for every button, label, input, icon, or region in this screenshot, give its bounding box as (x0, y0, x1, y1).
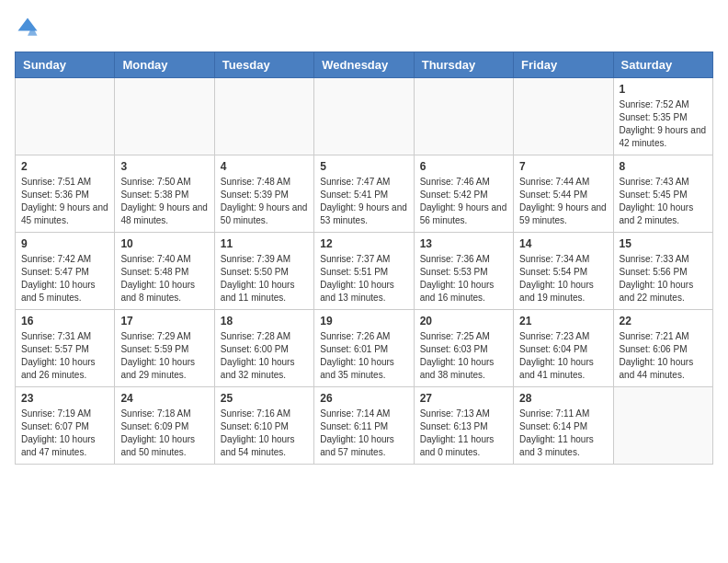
day-info: Sunrise: 7:39 AM Sunset: 5:50 PM Dayligh… (221, 253, 308, 304)
calendar-cell: 13Sunrise: 7:36 AM Sunset: 5:53 PM Dayli… (414, 233, 513, 310)
calendar-cell: 8Sunrise: 7:43 AM Sunset: 5:45 PM Daylig… (613, 155, 712, 233)
svg-marker-0 (18, 18, 38, 31)
day-number: 2 (21, 160, 108, 173)
calendar-cell (414, 78, 513, 155)
calendar-cell: 26Sunrise: 7:14 AM Sunset: 6:11 PM Dayli… (314, 387, 414, 465)
day-info: Sunrise: 7:47 AM Sunset: 5:41 PM Dayligh… (320, 176, 407, 227)
calendar-cell: 7Sunrise: 7:44 AM Sunset: 5:44 PM Daylig… (514, 155, 613, 233)
day-info: Sunrise: 7:28 AM Sunset: 6:00 PM Dayligh… (221, 330, 308, 382)
calendar-cell: 20Sunrise: 7:25 AM Sunset: 6:03 PM Dayli… (414, 310, 513, 387)
calendar-cell: 27Sunrise: 7:13 AM Sunset: 6:13 PM Dayli… (414, 387, 513, 465)
day-info: Sunrise: 7:50 AM Sunset: 5:38 PM Dayligh… (120, 176, 208, 227)
calendar-cell: 28Sunrise: 7:11 AM Sunset: 6:14 PM Dayli… (514, 387, 613, 465)
day-number: 20 (420, 315, 507, 327)
calendar: SundayMondayTuesdayWednesdayThursdayFrid… (15, 52, 713, 465)
day-info: Sunrise: 7:16 AM Sunset: 6:10 PM Dayligh… (221, 408, 308, 459)
day-info: Sunrise: 7:34 AM Sunset: 5:54 PM Dayligh… (519, 253, 607, 304)
calendar-cell (613, 387, 712, 465)
day-info: Sunrise: 7:25 AM Sunset: 6:03 PM Dayligh… (420, 330, 507, 382)
day-number: 28 (519, 392, 607, 405)
day-number: 6 (420, 160, 507, 173)
day-number: 18 (221, 315, 308, 327)
calendar-cell: 6Sunrise: 7:46 AM Sunset: 5:42 PM Daylig… (414, 155, 513, 233)
day-info: Sunrise: 7:37 AM Sunset: 5:51 PM Dayligh… (320, 253, 407, 304)
day-info: Sunrise: 7:13 AM Sunset: 6:13 PM Dayligh… (420, 408, 507, 459)
day-number: 1 (620, 83, 707, 96)
day-info: Sunrise: 7:14 AM Sunset: 6:11 PM Dayligh… (320, 408, 407, 459)
day-info: Sunrise: 7:48 AM Sunset: 5:39 PM Dayligh… (221, 176, 308, 227)
calendar-cell: 2Sunrise: 7:51 AM Sunset: 5:36 PM Daylig… (16, 155, 115, 233)
calendar-cell: 14Sunrise: 7:34 AM Sunset: 5:54 PM Dayli… (514, 233, 613, 310)
day-info: Sunrise: 7:23 AM Sunset: 6:04 PM Dayligh… (519, 330, 607, 382)
calendar-week-row: 16Sunrise: 7:31 AM Sunset: 5:57 PM Dayli… (16, 310, 713, 387)
day-info: Sunrise: 7:51 AM Sunset: 5:36 PM Dayligh… (21, 176, 108, 227)
day-of-week-header: Saturday (613, 52, 712, 78)
calendar-cell (16, 78, 115, 155)
day-info: Sunrise: 7:26 AM Sunset: 6:01 PM Dayligh… (320, 330, 407, 382)
calendar-cell: 17Sunrise: 7:29 AM Sunset: 5:59 PM Dayli… (115, 310, 214, 387)
day-of-week-header: Sunday (16, 52, 115, 78)
day-number: 26 (320, 392, 407, 405)
day-info: Sunrise: 7:44 AM Sunset: 5:44 PM Dayligh… (519, 176, 607, 227)
calendar-cell: 15Sunrise: 7:33 AM Sunset: 5:56 PM Dayli… (613, 233, 712, 310)
day-info: Sunrise: 7:19 AM Sunset: 6:07 PM Dayligh… (21, 408, 108, 459)
calendar-cell: 3Sunrise: 7:50 AM Sunset: 5:38 PM Daylig… (115, 155, 214, 233)
calendar-cell: 4Sunrise: 7:48 AM Sunset: 5:39 PM Daylig… (214, 155, 313, 233)
day-info: Sunrise: 7:36 AM Sunset: 5:53 PM Dayligh… (420, 253, 507, 304)
calendar-cell (314, 78, 414, 155)
calendar-cell: 1Sunrise: 7:52 AM Sunset: 5:35 PM Daylig… (613, 78, 712, 155)
day-info: Sunrise: 7:46 AM Sunset: 5:42 PM Dayligh… (420, 176, 507, 227)
logo (15, 15, 44, 40)
calendar-week-row: 9Sunrise: 7:42 AM Sunset: 5:47 PM Daylig… (16, 233, 713, 310)
day-number: 5 (320, 160, 407, 173)
calendar-week-row: 23Sunrise: 7:19 AM Sunset: 6:07 PM Dayli… (16, 387, 713, 465)
day-info: Sunrise: 7:31 AM Sunset: 5:57 PM Dayligh… (21, 330, 108, 382)
day-info: Sunrise: 7:42 AM Sunset: 5:47 PM Dayligh… (21, 253, 108, 304)
day-info: Sunrise: 7:18 AM Sunset: 6:09 PM Dayligh… (120, 408, 208, 459)
day-of-week-header: Monday (115, 52, 214, 78)
day-of-week-header: Thursday (414, 52, 513, 78)
calendar-cell: 23Sunrise: 7:19 AM Sunset: 6:07 PM Dayli… (16, 387, 115, 465)
day-info: Sunrise: 7:40 AM Sunset: 5:48 PM Dayligh… (120, 253, 208, 304)
day-number: 15 (620, 237, 707, 250)
day-number: 4 (221, 160, 308, 173)
day-number: 8 (620, 160, 707, 173)
calendar-cell: 11Sunrise: 7:39 AM Sunset: 5:50 PM Dayli… (214, 233, 313, 310)
calendar-cell: 24Sunrise: 7:18 AM Sunset: 6:09 PM Dayli… (115, 387, 214, 465)
day-info: Sunrise: 7:33 AM Sunset: 5:56 PM Dayligh… (620, 253, 707, 304)
calendar-cell (214, 78, 313, 155)
day-number: 3 (120, 160, 208, 173)
day-of-week-header: Wednesday (314, 52, 414, 78)
day-number: 11 (221, 237, 308, 250)
calendar-week-row: 1Sunrise: 7:52 AM Sunset: 5:35 PM Daylig… (16, 78, 713, 155)
day-info: Sunrise: 7:21 AM Sunset: 6:06 PM Dayligh… (620, 330, 707, 382)
day-number: 27 (420, 392, 507, 405)
day-number: 16 (21, 315, 108, 327)
day-number: 22 (620, 315, 707, 327)
calendar-cell: 12Sunrise: 7:37 AM Sunset: 5:51 PM Dayli… (314, 233, 414, 310)
calendar-cell: 18Sunrise: 7:28 AM Sunset: 6:00 PM Dayli… (214, 310, 313, 387)
calendar-cell: 22Sunrise: 7:21 AM Sunset: 6:06 PM Dayli… (613, 310, 712, 387)
day-number: 10 (120, 237, 208, 250)
day-number: 23 (21, 392, 108, 405)
day-number: 21 (519, 315, 607, 327)
calendar-cell (115, 78, 214, 155)
day-number: 12 (320, 237, 407, 250)
calendar-week-row: 2Sunrise: 7:51 AM Sunset: 5:36 PM Daylig… (16, 155, 713, 233)
day-number: 14 (519, 237, 607, 250)
calendar-cell: 9Sunrise: 7:42 AM Sunset: 5:47 PM Daylig… (16, 233, 115, 310)
calendar-cell: 10Sunrise: 7:40 AM Sunset: 5:48 PM Dayli… (115, 233, 214, 310)
day-number: 24 (120, 392, 208, 405)
calendar-cell (514, 78, 613, 155)
day-info: Sunrise: 7:52 AM Sunset: 5:35 PM Dayligh… (620, 98, 707, 150)
calendar-cell: 5Sunrise: 7:47 AM Sunset: 5:41 PM Daylig… (314, 155, 414, 233)
logo-icon (15, 15, 40, 40)
day-number: 25 (221, 392, 308, 405)
day-number: 17 (120, 315, 208, 327)
day-of-week-header: Friday (514, 52, 613, 78)
day-info: Sunrise: 7:11 AM Sunset: 6:14 PM Dayligh… (519, 408, 607, 459)
day-number: 7 (519, 160, 607, 173)
calendar-header-row: SundayMondayTuesdayWednesdayThursdayFrid… (16, 52, 713, 78)
calendar-cell: 19Sunrise: 7:26 AM Sunset: 6:01 PM Dayli… (314, 310, 414, 387)
day-number: 9 (21, 237, 108, 250)
